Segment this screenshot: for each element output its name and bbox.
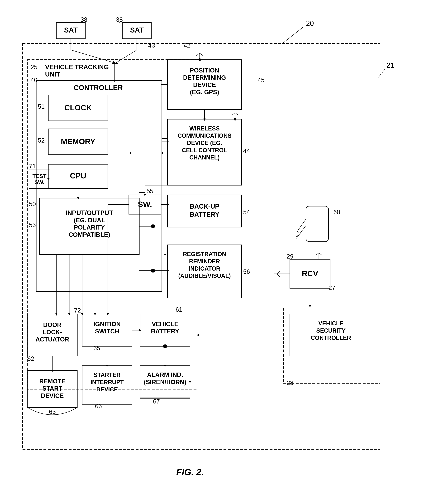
- ref-55: 55: [146, 188, 153, 195]
- ref-42: 42: [184, 42, 190, 49]
- diagram-container: 20 21 SAT 38 SAT 38 43: [13, 13, 430, 488]
- wcd-label2: COMMUNICATIONS: [177, 132, 231, 139]
- reg-label4: (AUDIBLE/VISUAL): [178, 272, 231, 279]
- svg-marker-86: [144, 194, 146, 197]
- ref-43: 43: [148, 42, 155, 49]
- rs-label1: REMOTE: [39, 378, 66, 385]
- svg-marker-74: [164, 365, 166, 367]
- rs-label2: START: [42, 385, 62, 392]
- ref-20: 20: [306, 19, 314, 27]
- svg-line-16: [196, 53, 200, 55]
- svg-marker-66: [164, 253, 166, 255]
- svg-marker-14: [77, 197, 79, 200]
- svg-marker-34: [167, 270, 169, 271]
- ref-50: 50: [29, 201, 36, 207]
- wcd-label4: CELL CONTROL: [182, 147, 227, 154]
- svg-line-40: [319, 253, 322, 255]
- svg-marker-11: [47, 178, 49, 180]
- ref-54: 54: [243, 209, 250, 216]
- svg-marker-83: [204, 118, 206, 121]
- svg-line-8: [116, 50, 137, 63]
- ref-65: 65: [93, 345, 100, 352]
- svg-line-44: [296, 234, 300, 237]
- svg-marker-46: [309, 305, 311, 308]
- svg-marker-61: [94, 313, 96, 316]
- vsc-label3: CONTROLLER: [311, 335, 351, 341]
- svg-line-48: [277, 270, 280, 274]
- svg-line-39: [316, 253, 319, 255]
- svg-marker-63: [107, 313, 109, 316]
- svg-marker-51: [196, 334, 199, 336]
- ref-56: 56: [243, 268, 250, 275]
- si-label1: STARTER: [94, 372, 121, 378]
- ref-61: 61: [176, 306, 182, 313]
- svg-line-0: [284, 27, 303, 43]
- sat1-label: SAT: [64, 26, 78, 34]
- vtu-label: VEHICLE TRACKING: [45, 63, 109, 71]
- controller-label: CONTROLLER: [74, 84, 123, 92]
- svg-line-23: [235, 113, 238, 115]
- fig-label: FIG. 2.: [176, 467, 204, 477]
- reg-label1: REGISTRATION: [183, 251, 226, 257]
- svg-marker-70: [51, 370, 53, 372]
- ref-53: 53: [29, 222, 36, 228]
- vb-label2: BATTERY: [151, 328, 179, 335]
- ign-label1: IGNITION: [94, 321, 121, 327]
- ref-51: 51: [38, 103, 45, 110]
- ref-38b: 38: [116, 16, 123, 23]
- svg-point-75: [163, 344, 167, 348]
- cpu-label: CPU: [70, 172, 86, 180]
- pos-label2: DETERMINING: [183, 74, 226, 81]
- ref-71: 71: [29, 163, 36, 170]
- wcd-label1: WIRELESS: [189, 125, 220, 132]
- ign-label2: SWITCH: [95, 328, 119, 335]
- svg-marker-72: [106, 365, 108, 367]
- vsc-label2: SECURITY: [316, 327, 346, 334]
- rcv-label: RCV: [302, 269, 318, 278]
- sat2-label: SAT: [130, 26, 144, 34]
- ref-27: 27: [329, 285, 335, 291]
- svg-point-91: [151, 224, 155, 228]
- batt-label1: BACK-UP: [190, 203, 219, 210]
- reg-label2: REMINDER: [189, 258, 220, 265]
- reg-label3: INDICATOR: [189, 265, 220, 272]
- io-label2: (EG. DUAL: [74, 217, 105, 224]
- svg-marker-59: [81, 313, 83, 316]
- svg-marker-57: [68, 313, 70, 316]
- alarm-label2: (SIREN/HORN): [144, 379, 186, 385]
- ref-21: 21: [387, 61, 394, 69]
- wcd-label3: DEVICE (EG.: [187, 140, 222, 146]
- ref-25: 25: [31, 64, 37, 71]
- ref-72: 72: [74, 307, 81, 314]
- svg-marker-28: [129, 152, 131, 154]
- svg-line-5: [71, 50, 114, 63]
- svg-point-18: [198, 58, 201, 61]
- ref-52: 52: [38, 137, 45, 144]
- test-sw-label2: SW.: [35, 179, 44, 185]
- pos-label3: DEVICE: [193, 82, 216, 88]
- pos-label1: POSITION: [190, 67, 219, 74]
- ref-62: 62: [27, 355, 34, 362]
- svg-line-49: [277, 274, 280, 277]
- wcd-label5: CHANNEL): [189, 154, 220, 161]
- svg-marker-53: [189, 381, 191, 383]
- diagram-svg: 20 21 SAT 38 SAT 38 43: [13, 13, 430, 488]
- vsc-label1: VEHICLE: [318, 320, 343, 327]
- si-label2: INTERRUPT: [90, 379, 124, 385]
- svg-line-22: [232, 113, 235, 115]
- alarm-label1: ALARM IND.: [147, 371, 183, 378]
- pos-label4: (EG. GPS): [190, 89, 219, 95]
- ref-44: 44: [243, 147, 250, 154]
- ref-60: 60: [333, 209, 340, 216]
- svg-line-41: [298, 219, 306, 230]
- ref-67: 67: [153, 398, 160, 405]
- svg-line-1: [378, 69, 385, 77]
- clock-label: CLOCK: [64, 103, 92, 112]
- svg-line-17: [200, 53, 203, 55]
- dl-label3: ACTUATOR: [35, 336, 69, 343]
- ref-66: 66: [95, 403, 102, 410]
- memory-label: MEMORY: [61, 137, 95, 146]
- dl-label2: LOCK-: [43, 329, 62, 336]
- io-label4: COMPATIBLE): [69, 231, 110, 238]
- test-sw-label1: TEST: [33, 173, 47, 179]
